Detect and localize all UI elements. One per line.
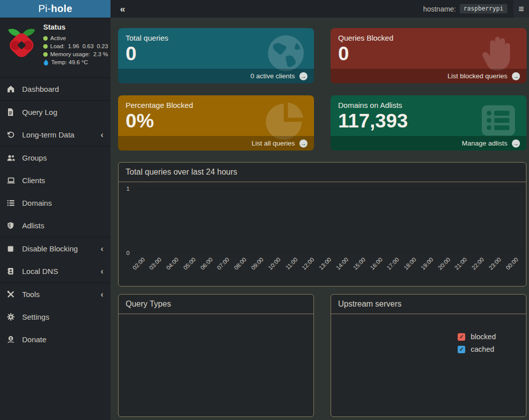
x-tick-label: 05:00 (182, 256, 197, 271)
checkbox-checked-icon[interactable]: ✓ (458, 333, 465, 341)
sidebar-item-label: Tools (22, 290, 100, 299)
sidebar-item-query-log[interactable]: Query Log (0, 101, 111, 123)
chart-legend: ✓ blocked ✓ cached (458, 333, 496, 358)
sidebar-item-label: Dashboard (22, 85, 103, 93)
legend-item-cached[interactable]: ✓ cached (458, 345, 496, 353)
status-memory-value: 2.3 % (93, 50, 108, 58)
arrow-circle-right-icon: → (512, 72, 520, 80)
x-tick-label: 06:00 (199, 256, 214, 271)
sidebar-item-donate[interactable]: $ Donate (0, 328, 111, 351)
x-tick-label: 13:00 (318, 256, 333, 271)
x-tick-label: 20:00 (437, 256, 451, 271)
app-title: Pi-hole (0, 0, 111, 18)
status-load: Load: 1.96 0.63 0.23 (43, 42, 108, 50)
y-tick-label: 0 (127, 250, 130, 256)
sidebar-item-label: Long-term Data (22, 130, 100, 139)
sidebar-item-label: Query Log (22, 108, 103, 116)
legend-label: cached (471, 345, 494, 353)
brand-bold: hole (51, 3, 72, 15)
domains-on-adlists-card: Domains on Adlists 117,393 Manage adlist… (331, 95, 526, 151)
file-alt-icon (7, 108, 22, 116)
donate-icon: $ (7, 336, 22, 343)
status-panel: Status Active Load: 1.96 0.63 0.23 Memor… (0, 18, 111, 69)
x-tick-label: 17:00 (386, 256, 400, 271)
x-tick-label: 12:00 (301, 256, 315, 271)
arrow-circle-right-icon: → (512, 139, 520, 148)
sidebar-item-local-dns[interactable]: Local DNS ‹ (0, 260, 111, 283)
pihole-raspberry-logo-icon (3, 22, 40, 66)
laptop-icon (7, 177, 22, 184)
status-memory-label: Memory usage: (50, 50, 90, 58)
x-tick-label: 09:00 (250, 256, 265, 271)
shield-icon (7, 222, 22, 229)
legend-label: blocked (471, 333, 496, 341)
sidebar-item-label: Clients (22, 176, 103, 185)
hamburger-menu-button[interactable]: ≡ (513, 0, 529, 18)
sidebar-item-groups[interactable]: Groups (0, 147, 111, 169)
summary-cards: Total queries 0 0 active clients → Queri… (118, 28, 526, 151)
sidebar-item-label: Groups (22, 154, 103, 162)
sidebar-item-tools[interactable]: Tools ‹ (0, 283, 111, 306)
status-ok-icon (43, 44, 48, 49)
queries-over-time-panel: Total queries over last 24 hours 1 0 02:… (118, 162, 526, 287)
tools-icon (7, 291, 22, 298)
hostname-label: hostname: (423, 5, 456, 13)
home-icon (7, 85, 22, 93)
chart-plot-area: 1 0 (132, 189, 522, 253)
x-tick-label: 00:00 (504, 256, 519, 271)
chevron-left-icon: ‹ (100, 267, 103, 275)
x-tick-label: 23:00 (488, 256, 502, 271)
total-queries-card: Total queries 0 0 active clients → (118, 28, 314, 83)
status-load-label: Load: (50, 42, 65, 50)
arrow-circle-right-icon: → (299, 139, 307, 148)
status-load-values: 1.96 0.63 0.23 (68, 42, 108, 50)
sidebar-item-adlists[interactable]: Adlists (0, 214, 111, 237)
chevron-left-icon: ‹ (100, 244, 103, 253)
sidebar-item-label: Disable Blocking (22, 244, 100, 253)
temperature-flame-icon (43, 59, 49, 66)
sidebar-item-dashboard[interactable]: Dashboard (0, 78, 111, 100)
list-icon (7, 199, 22, 207)
sidebar-item-label: Settings (22, 313, 103, 321)
legend-item-blocked[interactable]: ✓ blocked (458, 333, 496, 341)
status-ok-icon (43, 52, 48, 57)
chart-x-axis: 02:00 03:00 04:00 05:00 06:00 07:00 08:0… (132, 253, 522, 277)
checkbox-checked-icon[interactable]: ✓ (458, 346, 465, 353)
sidebar-item-label: Donate (22, 335, 103, 344)
sidebar-item-long-term-data[interactable]: Long-term Data ‹ (0, 123, 111, 146)
x-tick-label: 14:00 (335, 256, 350, 271)
x-tick-label: 10:00 (267, 256, 281, 271)
panel-title: Upstream servers (331, 295, 526, 314)
manage-adlists-link[interactable]: Manage adlists → (331, 136, 526, 151)
sidebar-item-domains[interactable]: Domains (0, 192, 111, 214)
x-tick-label: 02:00 (131, 256, 146, 271)
active-clients-link[interactable]: 0 active clients → (118, 69, 314, 83)
x-tick-label: 19:00 (420, 256, 435, 271)
x-tick-label: 15:00 (352, 256, 366, 271)
list-all-queries-link[interactable]: List all queries → (118, 136, 314, 151)
bottom-panels: Query Types Upstream servers ✓ blocked ✓… (118, 294, 526, 417)
x-tick-label: 18:00 (403, 256, 417, 271)
y-tick-label: 1 (127, 186, 130, 192)
status-ok-icon (43, 36, 48, 41)
users-icon (7, 154, 22, 162)
gear-icon (7, 313, 22, 321)
card-footer-label: Manage adlists (462, 139, 507, 147)
card-footer-label: List blocked queries (448, 72, 507, 80)
x-tick-label: 21:00 (454, 256, 468, 271)
queries-over-time-chart[interactable]: 1 0 02:00 03:00 04:00 05:00 06:00 07:00 … (119, 182, 526, 277)
sidebar-item-disable-blocking[interactable]: Disable Blocking ‹ (0, 237, 111, 260)
x-tick-label: 03:00 (148, 256, 163, 271)
hostname-badge: raspberrypi (460, 4, 507, 14)
sidebar-item-settings[interactable]: Settings (0, 306, 111, 328)
x-tick-label: 22:00 (471, 256, 485, 271)
sidebar-collapse-button[interactable]: « (111, 4, 135, 15)
query-types-panel: Query Types (118, 294, 314, 417)
list-blocked-queries-link[interactable]: List blocked queries → (331, 69, 526, 83)
history-icon (7, 131, 22, 138)
sidebar-menu: Dashboard Query Log Long-term Data ‹ Gro… (0, 77, 111, 351)
status-temp-value: 49.6 °C (69, 58, 88, 66)
chevron-left-icon: ‹ (100, 130, 103, 139)
sidebar-item-clients[interactable]: Clients (0, 169, 111, 192)
x-tick-label: 04:00 (165, 256, 180, 271)
